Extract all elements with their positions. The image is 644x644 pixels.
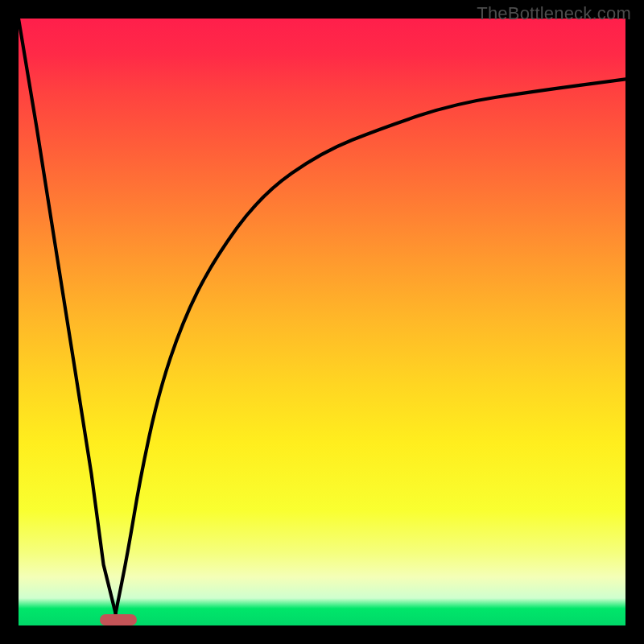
chart-frame: TheBottleneck.com [0, 0, 644, 644]
plot-area [19, 19, 625, 625]
optimum-marker [100, 614, 137, 625]
right-branch-path [116, 79, 625, 613]
curve-overlay [19, 19, 625, 625]
left-branch-path [19, 19, 116, 613]
watermark-text: TheBottleneck.com [477, 3, 631, 24]
